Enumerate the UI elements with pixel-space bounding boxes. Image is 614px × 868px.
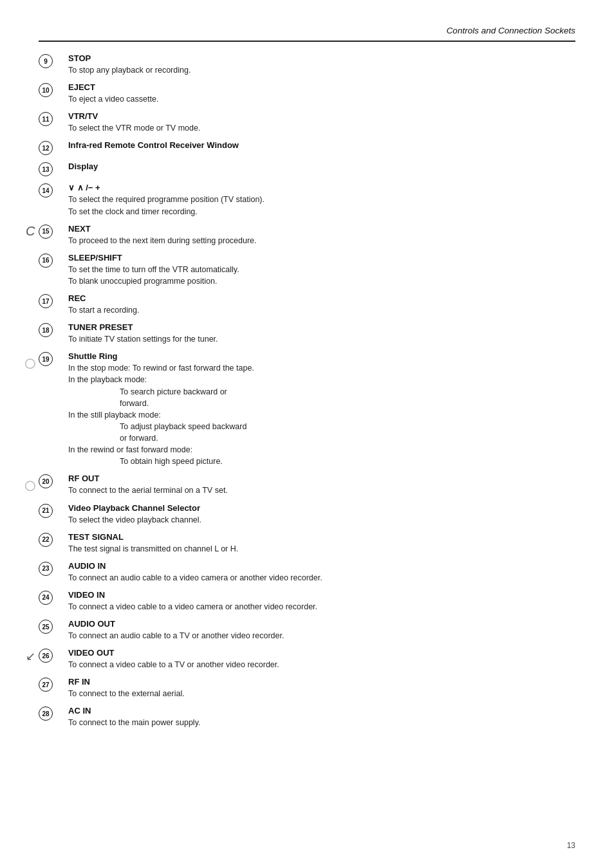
list-item: 16SLEEP/SHIFTTo set the time to turn off… [39, 253, 575, 287]
entry-number-container: 21 [39, 503, 68, 518]
item-number: 24 [39, 591, 53, 605]
entry-title: VTR/TV [68, 111, 575, 121]
entry-number-container: 22 [39, 532, 68, 547]
list-item: 27RF INTo connect to the external aerial… [39, 677, 575, 699]
entry-content: VIDEO OUTTo connect a video cable to a T… [68, 648, 575, 670]
entry-content: VTR/TVTo select the VTR mode or TV mode. [68, 111, 575, 134]
entry-title: AUDIO OUT [68, 619, 575, 629]
side-circle-symbol2: ○ [23, 474, 37, 497]
shuttle-line: In the playback mode: [68, 374, 575, 385]
side-c-symbol: C [26, 224, 35, 239]
entry-description: To connect to the main power supply. [68, 717, 575, 728]
entry-number-container: 11 [39, 111, 68, 126]
entry-title: AUDIO IN [68, 561, 575, 571]
entry-description: To connect to the external aerial. [68, 688, 575, 699]
entry-description: To select the video playback channel. [68, 514, 575, 526]
list-item: 23AUDIO INTo connect an audio cable to a… [39, 561, 575, 584]
entry-content: RF OUTTo connect to the aerial terminal … [68, 474, 575, 496]
entry-number-container: 20 [39, 474, 68, 488]
entry-number-container: 12 [39, 140, 68, 155]
entry-title: SLEEP/SHIFT [68, 253, 575, 263]
entry-content: TUNER PRESETTo initiate TV station setti… [68, 322, 575, 345]
entry-description: To set the time to turn off the VTR auto… [68, 264, 575, 287]
item-number: 16 [39, 254, 53, 268]
entry-number-container: 19 [39, 351, 68, 366]
entry-title: ∨ ∧ /− + [68, 183, 575, 192]
entry-title: EJECT [68, 82, 575, 92]
entry-title: Shuttle Ring [68, 351, 575, 361]
entry-title: STOP [68, 53, 575, 63]
entry-number-container: 24 [39, 590, 68, 605]
entry-title: RF IN [68, 677, 575, 687]
shuttle-indent-line: forward. [120, 398, 575, 409]
entry-description: To proceed to the next item during setti… [68, 235, 575, 246]
entry-title: NEXT [68, 224, 575, 234]
item-number: 15 [39, 225, 53, 239]
header-rule [39, 41, 575, 42]
entry-content: EJECTTo eject a video cassette. [68, 82, 575, 105]
entry-number-container: 17 [39, 293, 68, 308]
list-item: 18TUNER PRESETTo initiate TV station set… [39, 322, 575, 345]
list-item: 22TEST SIGNALThe test signal is transmit… [39, 532, 575, 555]
header-title: Controls and Connection Sockets [447, 26, 575, 35]
item-number: 13 [39, 162, 53, 176]
list-item: 10EJECTTo eject a video cassette. [39, 82, 575, 105]
entry-description: To select the VTR mode or TV mode. [68, 122, 575, 134]
entry-title: Display [68, 162, 575, 171]
entry-description: To stop any playback or recording. [68, 64, 575, 76]
entry-description: To connect to the aerial terminal on a T… [68, 485, 575, 496]
entry-title: TUNER PRESET [68, 322, 575, 332]
item-number: 26 [39, 649, 53, 663]
item-number: 18 [39, 323, 53, 337]
entry-number-container: 14 [39, 183, 68, 198]
entry-content: STOPTo stop any playback or recording. [68, 53, 575, 76]
item-number: 10 [39, 83, 53, 97]
entry-number-container: 28 [39, 706, 68, 721]
entry-title: VIDEO OUT [68, 648, 575, 658]
entry-content: Shuttle RingIn the stop mode: To rewind … [68, 351, 575, 467]
item-number: 23 [39, 562, 53, 576]
list-item: 13Display [39, 162, 575, 176]
entry-content: Display [68, 162, 575, 172]
item-number: 17 [39, 294, 53, 308]
shuttle-indent-line: or forward. [120, 432, 575, 444]
entry-description: To eject a video cassette. [68, 93, 575, 105]
shuttle-indent-line: To adjust playback speed backward [120, 421, 575, 432]
item-number: 14 [39, 183, 53, 198]
entry-content: RF INTo connect to the external aerial. [68, 677, 575, 699]
item-number: 28 [39, 706, 53, 721]
list-item: 9STOPTo stop any playback or recording. [39, 53, 575, 76]
entry-content: SLEEP/SHIFTTo set the time to turn off t… [68, 253, 575, 287]
side-arrow-symbol: ↙ [26, 649, 35, 663]
entry-content: VIDEO INTo connect a video cable to a vi… [68, 590, 575, 613]
item-number: 12 [39, 141, 53, 155]
entry-title: AC IN [68, 706, 575, 716]
list-item: 24VIDEO INTo connect a video cable to a … [39, 590, 575, 613]
item-number: 19 [39, 352, 53, 366]
entry-content: RECTo start a recording. [68, 293, 575, 316]
list-item: 21Video Playback Channel SelectorTo sele… [39, 503, 575, 526]
entry-description: To initiate TV station settings for the … [68, 333, 575, 345]
entry-description: The test signal is transmitted on channe… [68, 543, 575, 555]
entry-content: AC INTo connect to the main power supply… [68, 706, 575, 728]
entry-number-container: 25 [39, 619, 68, 634]
entry-number-container: 23 [39, 561, 68, 576]
shuttle-desc: In the stop mode: To rewind or fast forw… [68, 362, 575, 467]
entry-title: REC [68, 293, 575, 303]
entry-title: Infra-red Remote Control Receiver Window [68, 140, 575, 150]
entry-description: To connect an audio cable to a TV or ano… [68, 630, 575, 642]
side-circle-symbol: ○ [23, 351, 37, 374]
entry-number-container: 10 [39, 82, 68, 97]
list-item: 14∨ ∧ /− +To select the required program… [39, 183, 575, 217]
entry-content: TEST SIGNALThe test signal is transmitte… [68, 532, 575, 555]
entry-title: Video Playback Channel Selector [68, 503, 575, 513]
shuttle-line: In the rewind or fast forward mode: [68, 444, 575, 456]
entry-content: AUDIO OUTTo connect an audio cable to a … [68, 619, 575, 642]
list-item: 25AUDIO OUTTo connect an audio cable to … [39, 619, 575, 642]
entry-number-container: 27 [39, 677, 68, 692]
entry-number-container: 13 [39, 162, 68, 176]
entry-description: To connect a video cable to a TV or anot… [68, 659, 575, 670]
list-item: 28AC INTo connect to the main power supp… [39, 706, 575, 728]
list-item: 11VTR/TVTo select the VTR mode or TV mod… [39, 111, 575, 134]
entries-container: 9STOPTo stop any playback or recording.1… [39, 53, 575, 729]
